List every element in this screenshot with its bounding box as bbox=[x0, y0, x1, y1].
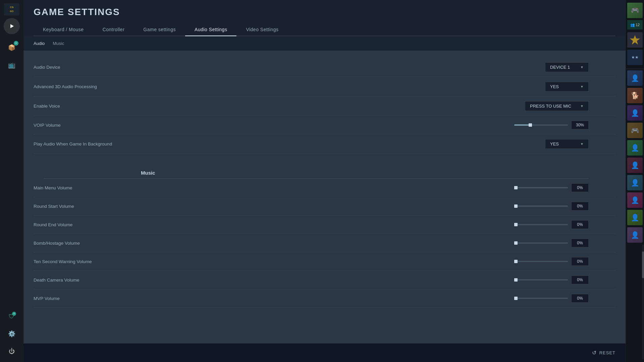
bomb-hostage-volume-row: Bomb/Hostage Volume 0% bbox=[34, 234, 615, 252]
main-menu-slider-value: 0% bbox=[571, 183, 589, 192]
ten-second-label: Ten Second Warning Volume bbox=[34, 259, 141, 264]
main-menu-volume-label: Main Menu Volume bbox=[34, 185, 141, 190]
round-start-slider[interactable] bbox=[514, 205, 568, 207]
play-audio-bg-control: YES ▼ bbox=[141, 139, 589, 149]
friends-icon: 👥 bbox=[630, 23, 635, 27]
shield-button[interactable]: 🛡 + bbox=[4, 309, 19, 324]
audio-device-control: DEVICE 1 ▼ bbox=[141, 62, 589, 72]
reset-button[interactable]: ↺ RESET bbox=[592, 350, 615, 356]
audio-device-label: Audio Device bbox=[34, 65, 141, 70]
page-title: GAME SETTINGS bbox=[34, 7, 615, 17]
main-menu-slider-track[interactable] bbox=[514, 187, 568, 188]
svg-rect-0 bbox=[4, 3, 19, 15]
tab-video-settings[interactable]: Video Settings bbox=[236, 23, 288, 36]
music-section-header: Music bbox=[34, 162, 615, 178]
star-rating-badge[interactable]: ★★ bbox=[627, 50, 643, 65]
friend-avatar-9[interactable]: 👤 bbox=[627, 210, 643, 225]
friend-avatar-1[interactable]: 👤 bbox=[627, 70, 643, 86]
play-button[interactable] bbox=[4, 18, 20, 34]
advanced-3d-audio-row: Advanced 3D Audio Processing YES ▼ bbox=[34, 77, 615, 97]
voip-slider-fill bbox=[514, 124, 530, 126]
mvp-slider[interactable] bbox=[514, 298, 568, 299]
svg-marker-3 bbox=[10, 24, 14, 28]
advanced-3d-dropdown[interactable]: YES ▼ bbox=[545, 82, 589, 92]
enable-voice-row: Enable Voice PRESS TO USE MIC ▼ bbox=[34, 97, 615, 116]
tab-audio-settings[interactable]: Audio Settings bbox=[185, 23, 236, 36]
rank-badge[interactable] bbox=[627, 32, 643, 48]
round-start-label: Round Start Volume bbox=[34, 204, 141, 209]
friend-avatar-6[interactable]: 👤 bbox=[627, 158, 643, 173]
svg-text:🎮: 🎮 bbox=[631, 6, 639, 14]
voip-slider-container: 30% bbox=[514, 121, 589, 129]
friend-avatar-7[interactable]: 👤 bbox=[627, 175, 643, 190]
enable-voice-dropdown[interactable]: PRESS TO USE MIC ▼ bbox=[525, 101, 589, 111]
voip-volume-label: VOIP Volume bbox=[34, 123, 141, 128]
round-end-volume-row: Round End Volume 0% bbox=[34, 216, 615, 234]
profile-picture[interactable]: 🎮 bbox=[627, 3, 643, 18]
advanced-3d-control: YES ▼ bbox=[141, 82, 589, 92]
enable-voice-label: Enable Voice bbox=[34, 104, 141, 109]
voip-volume-control: 30% bbox=[141, 121, 589, 129]
friend-avatar-2[interactable]: 🐕 bbox=[627, 88, 643, 103]
main-content: GAME SETTINGS Keyboard / Mouse Controlle… bbox=[23, 0, 626, 362]
svg-text:CS: CS bbox=[10, 6, 14, 9]
shield-icon: 🛡 + bbox=[9, 313, 15, 320]
dropdown-arrow-icon-4: ▼ bbox=[580, 142, 584, 146]
main-menu-volume-row: Main Menu Volume 0% bbox=[34, 179, 615, 197]
mvp-volume-label: MVP Volume bbox=[34, 296, 141, 301]
tab-game-settings[interactable]: Game settings bbox=[134, 23, 185, 36]
inventory-badge: + bbox=[14, 41, 18, 46]
power-button[interactable]: ⏻ bbox=[4, 344, 19, 359]
voip-volume-row: VOIP Volume 30% bbox=[34, 116, 615, 134]
voip-slider-value: 30% bbox=[571, 121, 589, 129]
bottom-bar: ↺ RESET bbox=[23, 343, 626, 362]
power-icon: ⏻ bbox=[9, 348, 15, 355]
friend-avatar-5[interactable]: 👤 bbox=[627, 140, 643, 156]
friend-avatar-10[interactable]: 👤 bbox=[627, 227, 643, 243]
round-end-slider[interactable] bbox=[514, 224, 568, 225]
inventory-button[interactable]: 📦 + bbox=[4, 40, 19, 55]
advanced-3d-label: Advanced 3D Audio Processing bbox=[34, 84, 141, 89]
sub-tabs: Audio Music bbox=[23, 36, 626, 51]
enable-voice-control: PRESS TO USE MIC ▼ bbox=[141, 101, 589, 111]
bomb-hostage-label: Bomb/Hostage Volume bbox=[34, 241, 141, 246]
sub-tab-audio[interactable]: Audio bbox=[34, 40, 45, 47]
voip-slider-track[interactable] bbox=[514, 124, 568, 126]
star-icon: ★★ bbox=[631, 55, 639, 60]
bomb-hostage-slider[interactable] bbox=[514, 242, 568, 244]
friend-avatar-4[interactable]: 🎮 bbox=[627, 123, 643, 138]
sub-tab-music[interactable]: Music bbox=[53, 40, 64, 47]
watch-button[interactable]: 📺 bbox=[4, 58, 19, 72]
svg-marker-6 bbox=[630, 35, 640, 45]
tab-keyboard-mouse[interactable]: Keyboard / Mouse bbox=[34, 23, 93, 36]
friend-avatar-8[interactable]: 👤 bbox=[627, 192, 643, 208]
friends-count-badge[interactable]: 👥 12 bbox=[627, 20, 643, 29]
dropdown-arrow-icon-3: ▼ bbox=[580, 104, 584, 108]
nav-tabs: Keyboard / Mouse Controller Game setting… bbox=[34, 23, 615, 36]
tab-controller[interactable]: Controller bbox=[93, 23, 134, 36]
friend-avatar-3[interactable]: 👤 bbox=[627, 105, 643, 121]
ten-second-warning-row: Ten Second Warning Volume 0% bbox=[34, 252, 615, 271]
main-menu-volume-control: 0% bbox=[141, 183, 589, 192]
play-audio-bg-row: Play Audio When Game In Background YES ▼ bbox=[34, 134, 615, 154]
settings-content: Audio Device DEVICE 1 ▼ Advanced 3D Audi… bbox=[23, 51, 626, 343]
death-camera-slider[interactable] bbox=[514, 279, 568, 281]
play-audio-bg-dropdown[interactable]: YES ▼ bbox=[545, 139, 589, 149]
reset-icon: ↺ bbox=[592, 350, 597, 356]
round-start-volume-row: Round Start Volume 0% bbox=[34, 197, 615, 216]
voip-slider-thumb bbox=[529, 123, 532, 127]
gear-icon: ⚙️ bbox=[8, 330, 15, 338]
tv-icon: 📺 bbox=[8, 61, 15, 69]
csgo-logo[interactable]: CS GO bbox=[4, 3, 19, 15]
ten-second-slider[interactable] bbox=[514, 261, 568, 262]
round-end-label: Round End Volume bbox=[34, 222, 141, 227]
audio-device-dropdown[interactable]: DEVICE 1 ▼ bbox=[545, 62, 589, 72]
mvp-volume-row: MVP Volume 0% bbox=[34, 289, 615, 308]
play-audio-bg-label: Play Audio When Game In Background bbox=[34, 141, 141, 146]
svg-text:GO: GO bbox=[10, 10, 14, 12]
dropdown-arrow-icon-2: ▼ bbox=[580, 85, 584, 88]
main-menu-slider-thumb bbox=[514, 186, 518, 189]
right-panel: 🎮 👥 12 ★★ 👤 🐕 👤 🎮 👤 👤 👤 👤 👤 bbox=[626, 0, 644, 362]
settings-button[interactable]: ⚙️ bbox=[4, 326, 19, 341]
death-camera-label: Death Camera Volume bbox=[34, 278, 141, 283]
